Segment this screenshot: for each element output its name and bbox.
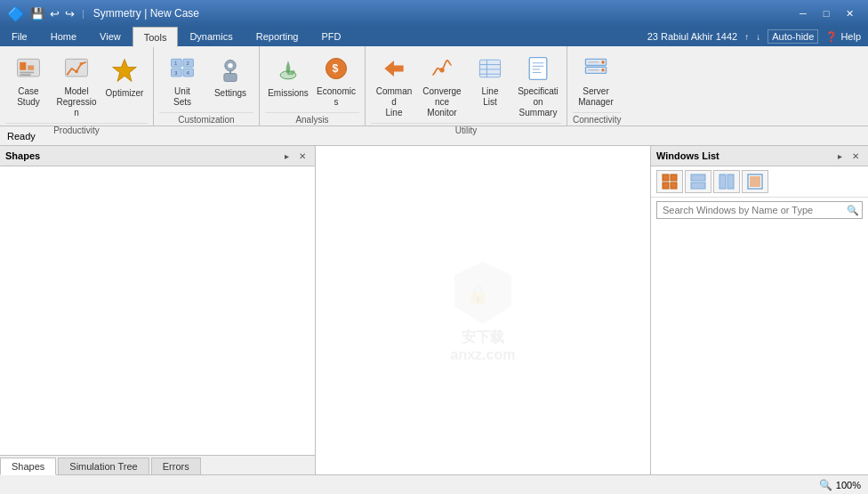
connectivity-label: Connectivity <box>573 112 621 125</box>
server-manager-label: ServerManager <box>578 86 613 108</box>
tab-errors[interactable]: Errors <box>151 458 201 474</box>
tab-shapes[interactable]: Shapes <box>0 458 56 475</box>
main-area: Shapes ▸ ✕ Shapes Simulation Tree Errors… <box>0 146 868 474</box>
unit-sets-icon: 1 2 3 4 <box>166 53 198 85</box>
settings-icon <box>214 54 246 86</box>
emissions-icon <box>272 54 304 86</box>
divider: | <box>82 8 84 19</box>
help-btn[interactable]: ❓ Help <box>825 31 861 43</box>
economics-label: Economics <box>316 86 357 108</box>
left-panel: Shapes ▸ ✕ Shapes Simulation Tree Errors <box>0 146 316 474</box>
line-list-icon <box>474 53 506 85</box>
line-list-label: LineList <box>482 86 499 108</box>
minimize-button[interactable]: ─ <box>792 4 815 22</box>
wl-btn-2[interactable] <box>685 170 711 193</box>
emissions-button[interactable]: Emissions <box>265 50 311 103</box>
menu-pfd[interactable]: PFD <box>309 27 352 46</box>
redo-icon[interactable]: ↪ <box>65 7 75 20</box>
line-list-button[interactable]: LineList <box>467 50 513 110</box>
windows-list-title: Windows List <box>656 150 719 161</box>
svg-rect-45 <box>663 182 669 189</box>
watermark-text: 安下载anxz.com <box>451 328 516 363</box>
svg-point-39 <box>601 69 605 72</box>
optimizer-button[interactable]: Optimizer <box>101 50 148 103</box>
window-controls: ─ □ ✕ <box>792 4 861 22</box>
windows-list-pin[interactable]: ▸ <box>832 149 847 163</box>
svg-rect-49 <box>719 174 726 189</box>
shapes-panel-title: Shapes <box>5 150 40 161</box>
undo-icon[interactable]: ↩ <box>50 7 60 20</box>
svg-rect-48 <box>691 182 705 189</box>
model-regression-button[interactable]: ModelRegression <box>53 50 100 121</box>
svg-rect-2 <box>28 65 34 69</box>
convergence-monitor-button[interactable]: ConvergenceMonitor <box>419 50 465 121</box>
title-text: Symmetry | New Case <box>93 7 199 20</box>
windows-list-search-input[interactable] <box>656 201 863 219</box>
windows-list-close[interactable]: ✕ <box>848 149 863 163</box>
tab-simulation-tree[interactable]: Simulation Tree <box>58 458 149 474</box>
specification-summary-icon <box>522 53 554 85</box>
server-manager-button[interactable]: ServerManager <box>573 50 619 110</box>
economics-icon: $ <box>320 53 352 85</box>
windows-list-search-wrap: 🔍 <box>656 201 863 219</box>
app-icon: 🔷 <box>7 5 25 22</box>
close-button[interactable]: ✕ <box>838 4 861 22</box>
zoom-icon: 🔍 <box>819 479 832 491</box>
command-line-label: CommandLine <box>374 86 414 118</box>
date-text: 23 Rabiul Akhir 1442 <box>647 31 738 42</box>
shapes-panel-content <box>0 166 315 455</box>
svg-rect-3 <box>20 72 34 74</box>
unit-sets-button[interactable]: 1 2 3 4 UnitSets <box>159 50 205 110</box>
analysis-label: Analysis <box>265 112 359 125</box>
wl-btn-1[interactable] <box>656 170 683 193</box>
economics-button[interactable]: $ Economics <box>313 50 359 110</box>
command-line-button[interactable]: CommandLine <box>371 50 417 121</box>
center-canvas[interactable]: 🔒 安下载anxz.com <box>316 146 650 474</box>
svg-rect-47 <box>691 174 705 181</box>
svg-text:$: $ <box>333 62 339 75</box>
ribbon-group-items-productivity: CaseStudy ModelRegression <box>5 50 148 121</box>
ribbon-group-productivity: CaseStudy ModelRegression <box>0 46 154 126</box>
menu-tools[interactable]: Tools <box>133 27 179 47</box>
specification-summary-button[interactable]: SpecificationSummary <box>515 50 561 121</box>
menu-view[interactable]: View <box>88 27 133 46</box>
menu-reporting[interactable]: Reporting <box>245 27 310 46</box>
ribbon-group-items-analysis: Emissions $ Economics <box>265 50 359 110</box>
unit-sets-label: UnitSets <box>173 86 191 108</box>
windows-list-panel-header: Windows List ▸ ✕ <box>651 146 868 166</box>
specification-summary-label: SpecificationSummary <box>518 86 559 118</box>
wl-btn-3[interactable] <box>713 170 740 193</box>
ribbon-group-items-customization: 1 2 3 4 UnitSets Setti <box>159 50 253 110</box>
shapes-panel-controls: ▸ ✕ <box>279 149 309 163</box>
svg-marker-8 <box>113 60 137 82</box>
ribbon-group-utility: CommandLine ConvergenceMonitor <box>366 46 567 126</box>
search-icon: 🔍 <box>847 205 859 216</box>
ribbon-group-items-utility: CommandLine ConvergenceMonitor <box>371 50 561 121</box>
menu-home[interactable]: Home <box>39 27 88 46</box>
shapes-panel-pin[interactable]: ▸ <box>279 149 293 163</box>
settings-button[interactable]: Settings <box>207 50 253 103</box>
svg-text:🔒: 🔒 <box>467 283 489 304</box>
svg-rect-43 <box>663 174 669 181</box>
menu-file[interactable]: File <box>0 27 39 46</box>
wl-btn-4[interactable] <box>742 170 768 193</box>
shapes-panel-close[interactable]: ✕ <box>295 149 309 163</box>
svg-rect-50 <box>727 174 734 189</box>
menu-dynamics[interactable]: Dynamics <box>178 27 244 46</box>
autohide-btn[interactable]: Auto-hide <box>768 29 818 44</box>
arrow-down-icon: ↓ <box>756 32 760 42</box>
zoom-level: 100% <box>836 480 861 490</box>
windows-list-controls: ▸ ✕ <box>832 149 863 163</box>
model-regression-label: ModelRegression <box>56 86 97 118</box>
maximize-button[interactable]: □ <box>815 4 838 22</box>
svg-rect-46 <box>671 182 677 189</box>
svg-point-38 <box>601 61 605 64</box>
model-regression-icon <box>60 53 92 85</box>
svg-point-7 <box>80 62 84 66</box>
save-icon[interactable]: 💾 <box>30 7 44 20</box>
svg-text:2: 2 <box>186 60 189 66</box>
svg-text:1: 1 <box>174 60 178 66</box>
watermark-shield-icon: 🔒 <box>447 257 518 328</box>
svg-rect-31 <box>529 58 547 80</box>
case-study-button[interactable]: CaseStudy <box>5 50 52 110</box>
